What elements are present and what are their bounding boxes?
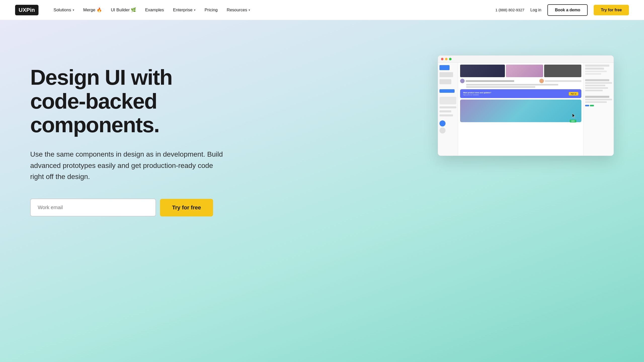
ss-dev-badge: DEV [570, 120, 576, 122]
nav-actions: 1 (888) 802-9327 Log in Book a demo Try … [495, 4, 629, 16]
hero-left: Design UI with code-backed components. U… [30, 50, 226, 216]
minimize-dot [445, 58, 448, 60]
ss-image-dark [460, 65, 505, 77]
screenshot-topbar [438, 56, 614, 63]
nav-solutions[interactable]: Solutions ▾ [54, 8, 74, 13]
ss-newsletter-sub: Sign up for our newsletter. [463, 94, 567, 96]
try-free-button[interactable]: Try for free [160, 199, 213, 216]
ss-newsletter-title: Want product news and updates? [463, 92, 567, 94]
nav-enterprise[interactable]: Enterprise ▾ [173, 8, 195, 13]
chevron-down-icon: ▾ [194, 8, 195, 12]
ss-sidebar-item [439, 72, 453, 77]
ss-sidebar-item [439, 65, 450, 70]
nav-links: Solutions ▾ Merge 🔥 UI Builder 🌿 Example… [54, 7, 485, 13]
hero-right: Want product news and updates? Sign up f… [247, 50, 614, 156]
screenshot-main: Want product news and updates? Sign up f… [458, 63, 583, 156]
screenshot-body: Want product news and updates? Sign up f… [438, 63, 614, 156]
ss-landscape-image: DEV [460, 100, 581, 122]
ss-newsletter-text: Want product news and updates? Sign up f… [463, 92, 567, 96]
ss-signup-button[interactable]: Sign up [569, 92, 578, 96]
chevron-down-icon: ▾ [73, 8, 74, 12]
hero-title: Design UI with code-backed components. [30, 65, 226, 137]
nav-pricing[interactable]: Pricing [205, 8, 218, 13]
try-free-nav-button[interactable]: Try for free [594, 5, 629, 15]
ss-sidebar-item [439, 114, 453, 116]
ss-sidebar-item [439, 106, 456, 108]
nav-merge[interactable]: Merge 🔥 [83, 7, 102, 13]
close-dot [441, 58, 444, 60]
navbar: UXPin Solutions ▾ Merge 🔥 UI Builder 🌿 E… [0, 0, 644, 20]
cursor-icon [572, 113, 576, 118]
logo[interactable]: UXPin [15, 5, 38, 15]
ss-newsletter-banner: Want product news and updates? Sign up f… [460, 89, 581, 98]
ss-image-gray [544, 65, 581, 77]
hero-content: Design UI with code-backed components. U… [30, 20, 614, 216]
app-screenshot: Want product news and updates? Sign up f… [438, 55, 614, 156]
fullscreen-dot [449, 58, 452, 60]
hero-subtitle: Use the same components in design as in … [30, 149, 226, 183]
ss-text-rows [460, 79, 581, 88]
nav-resources[interactable]: Resources ▾ [227, 8, 250, 13]
ss-sidebar-item [439, 97, 456, 104]
hero-form: Try for free [30, 199, 226, 216]
screenshot-sidebar [438, 63, 458, 156]
ss-sidebar-item [439, 110, 451, 112]
hero-section: Design UI with code-backed components. U… [0, 20, 644, 362]
email-input[interactable] [30, 199, 156, 216]
chevron-down-icon: ▾ [249, 8, 250, 12]
ss-image-purple [506, 65, 543, 77]
nav-ui-builder[interactable]: UI Builder 🌿 [111, 7, 136, 13]
login-button[interactable]: Log in [530, 8, 541, 12]
phone-number[interactable]: 1 (888) 802-9327 [495, 8, 524, 12]
ss-sidebar-item [439, 89, 455, 93]
nav-examples[interactable]: Examples [145, 8, 164, 13]
ss-sidebar-item [439, 79, 451, 84]
ss-image-row [460, 65, 581, 77]
screenshot-right-panel [583, 63, 614, 156]
book-demo-button[interactable]: Book a demo [547, 4, 588, 16]
ss-avatar [460, 79, 465, 83]
ss-avatar [539, 79, 544, 83]
